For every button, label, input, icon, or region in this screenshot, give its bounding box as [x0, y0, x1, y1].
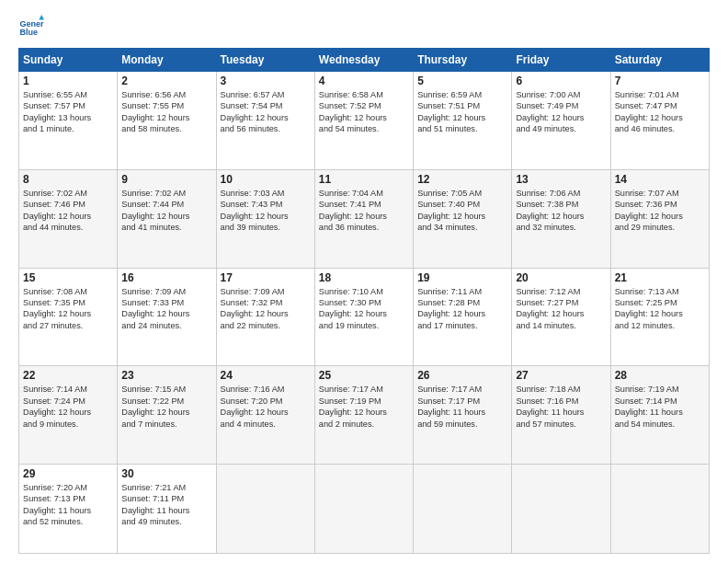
header-saturday: Saturday — [610, 49, 709, 72]
table-row: 15Sunrise: 7:08 AMSunset: 7:35 PMDayligh… — [19, 268, 118, 366]
day-info-line: and 7 minutes. — [121, 419, 211, 430]
day-number: 25 — [319, 369, 409, 382]
svg-text:General: General — [19, 19, 44, 29]
day-number: 13 — [516, 173, 606, 186]
table-row: 1Sunrise: 6:55 AMSunset: 7:57 PMDaylight… — [19, 72, 118, 170]
table-row: 21Sunrise: 7:13 AMSunset: 7:25 PMDayligh… — [610, 268, 709, 366]
day-number: 22 — [23, 369, 113, 382]
day-info-line: and 49 minutes. — [121, 516, 211, 527]
day-info: Sunrise: 6:57 AMSunset: 7:54 PMDaylight:… — [221, 89, 311, 135]
svg-marker-2 — [39, 15, 44, 20]
table-row: 17Sunrise: 7:09 AMSunset: 7:32 PMDayligh… — [216, 268, 314, 366]
day-info: Sunrise: 7:15 AMSunset: 7:22 PMDaylight:… — [121, 384, 211, 430]
day-number: 12 — [417, 173, 507, 186]
day-info-line: Daylight: 11 hours — [516, 407, 606, 418]
day-info-line: Sunrise: 7:11 AM — [417, 286, 507, 297]
table-row: 6Sunrise: 7:00 AMSunset: 7:49 PMDaylight… — [512, 72, 610, 170]
day-info: Sunrise: 6:55 AMSunset: 7:57 PMDaylight:… — [23, 89, 113, 135]
day-info-line: and 17 minutes. — [417, 320, 507, 331]
day-info-line: Daylight: 12 hours — [319, 211, 409, 222]
day-info-line: and 14 minutes. — [516, 320, 606, 331]
day-info-line: Sunset: 7:43 PM — [221, 199, 311, 210]
day-info-line: Sunrise: 7:10 AM — [319, 286, 409, 297]
day-info-line: and 36 minutes. — [319, 222, 409, 233]
day-info-line: and 58 minutes. — [121, 123, 211, 134]
day-info-line: and 59 minutes. — [417, 419, 507, 430]
table-row: 22Sunrise: 7:14 AMSunset: 7:24 PMDayligh… — [19, 366, 118, 465]
day-info-line: Sunset: 7:13 PM — [23, 493, 113, 504]
day-info-line: and 2 minutes. — [319, 419, 409, 430]
day-info-line: Sunrise: 6:55 AM — [23, 89, 113, 100]
day-info: Sunrise: 7:02 AMSunset: 7:46 PMDaylight:… — [23, 188, 113, 234]
day-info-line: and 56 minutes. — [221, 123, 311, 134]
day-info-line: Sunset: 7:17 PM — [417, 396, 507, 407]
day-info-line: Sunset: 7:47 PM — [615, 100, 705, 111]
day-info-line: Sunset: 7:40 PM — [417, 199, 507, 210]
day-number: 7 — [615, 75, 705, 87]
day-info-line: Sunrise: 7:04 AM — [319, 188, 409, 199]
day-number: 23 — [121, 369, 211, 382]
table-row: 11Sunrise: 7:04 AMSunset: 7:41 PMDayligh… — [314, 169, 413, 268]
day-info-line: Daylight: 12 hours — [319, 407, 409, 418]
table-row: 30Sunrise: 7:21 AMSunset: 7:11 PMDayligh… — [118, 465, 216, 554]
day-number: 27 — [516, 369, 606, 382]
table-row — [314, 465, 413, 554]
day-info-line: Daylight: 11 hours — [23, 505, 113, 516]
day-info-line: and 54 minutes. — [319, 123, 409, 134]
table-row: 29Sunrise: 7:20 AMSunset: 7:13 PMDayligh… — [19, 465, 118, 554]
svg-text:Blue: Blue — [19, 28, 38, 37]
day-info-line: and 34 minutes. — [417, 222, 507, 233]
day-info: Sunrise: 7:00 AMSunset: 7:49 PMDaylight:… — [516, 89, 606, 135]
day-info: Sunrise: 7:12 AMSunset: 7:27 PMDaylight:… — [516, 286, 606, 332]
day-info-line: Daylight: 12 hours — [615, 211, 705, 222]
day-number: 14 — [615, 173, 705, 186]
day-info-line: Daylight: 12 hours — [221, 211, 311, 222]
table-row: 5Sunrise: 6:59 AMSunset: 7:51 PMDaylight… — [414, 72, 512, 170]
day-info: Sunrise: 6:59 AMSunset: 7:51 PMDaylight:… — [417, 89, 507, 135]
day-info-line: Sunset: 7:11 PM — [121, 493, 211, 504]
day-number: 24 — [221, 369, 311, 382]
day-info: Sunrise: 7:13 AMSunset: 7:25 PMDaylight:… — [615, 286, 705, 332]
day-info-line: Daylight: 12 hours — [417, 112, 507, 123]
day-info-line: and 39 minutes. — [221, 222, 311, 233]
day-info-line: Sunset: 7:27 PM — [516, 297, 606, 308]
day-info-line: Daylight: 12 hours — [121, 407, 211, 418]
day-info-line: Daylight: 11 hours — [417, 407, 507, 418]
day-info-line: Daylight: 12 hours — [516, 112, 606, 123]
table-row: 14Sunrise: 7:07 AMSunset: 7:36 PMDayligh… — [610, 169, 709, 268]
day-info-line: Daylight: 12 hours — [221, 112, 311, 123]
day-info-line: Sunrise: 7:17 AM — [417, 384, 507, 395]
day-info-line: Sunset: 7:33 PM — [121, 297, 211, 308]
table-row: 9Sunrise: 7:02 AMSunset: 7:44 PMDaylight… — [118, 169, 216, 268]
day-info: Sunrise: 7:07 AMSunset: 7:36 PMDaylight:… — [615, 188, 705, 234]
day-info: Sunrise: 7:08 AMSunset: 7:35 PMDaylight:… — [23, 286, 113, 332]
logo: General Blue — [18, 15, 50, 40]
header-thursday: Thursday — [414, 49, 512, 72]
day-info-line: and 57 minutes. — [516, 419, 606, 430]
day-info-line: Sunrise: 7:14 AM — [23, 384, 113, 395]
day-info-line: Daylight: 13 hours — [23, 112, 113, 123]
day-info-line: and 54 minutes. — [615, 419, 705, 430]
table-row: 27Sunrise: 7:18 AMSunset: 7:16 PMDayligh… — [512, 366, 610, 465]
day-info-line: and 4 minutes. — [221, 419, 311, 430]
table-row: 3Sunrise: 6:57 AMSunset: 7:54 PMDaylight… — [216, 72, 314, 170]
day-info-line: Sunrise: 7:02 AM — [121, 188, 211, 199]
day-info-line: Sunset: 7:36 PM — [615, 199, 705, 210]
day-number: 4 — [319, 75, 409, 87]
day-info-line: Sunset: 7:38 PM — [516, 199, 606, 210]
weekday-header-row: Sunday Monday Tuesday Wednesday Thursday… — [19, 49, 710, 72]
day-number: 11 — [319, 173, 409, 186]
day-info-line: Sunrise: 7:20 AM — [23, 482, 113, 493]
day-info: Sunrise: 7:20 AMSunset: 7:13 PMDaylight:… — [23, 482, 113, 528]
day-info-line: and 1 minute. — [23, 123, 113, 134]
day-info-line: and 46 minutes. — [615, 123, 705, 134]
day-info-line: Sunrise: 7:07 AM — [615, 188, 705, 199]
day-info-line: Sunset: 7:49 PM — [516, 100, 606, 111]
day-info-line: and 29 minutes. — [615, 222, 705, 233]
day-info-line: Sunrise: 7:17 AM — [319, 384, 409, 395]
day-info: Sunrise: 7:18 AMSunset: 7:16 PMDaylight:… — [516, 384, 606, 430]
calendar-body: 1Sunrise: 6:55 AMSunset: 7:57 PMDaylight… — [19, 72, 710, 554]
day-info-line: and 27 minutes. — [23, 320, 113, 331]
page: General Blue Sunday Monday Tuesday Wedne… — [0, 0, 728, 563]
day-number: 5 — [417, 75, 507, 87]
